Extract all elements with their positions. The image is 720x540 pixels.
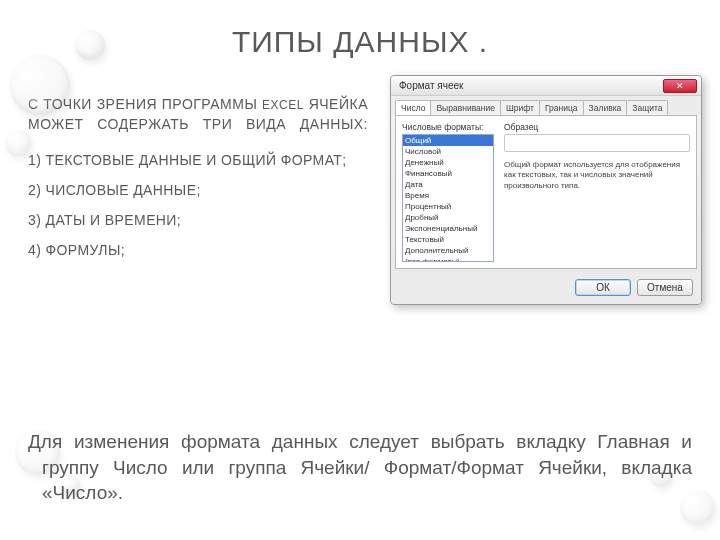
type-item: 3) ДАТЫ И ВРЕМЕНИ; <box>28 212 368 228</box>
dialog-body: Числовые форматы: Общий Числовой Денежны… <box>395 115 697 269</box>
type-item: 4) ФОРМУЛЫ; <box>28 242 368 258</box>
tab-alignment[interactable]: Выравнивание <box>430 100 501 115</box>
format-option[interactable]: Экспоненциальный <box>403 223 493 234</box>
footer-note: Для изменения формата данных следует выб… <box>28 429 692 506</box>
type-item: 1) ТЕКСТОВЫЕ ДАННЫЕ И ОБЩИЙ ФОРМАТ; <box>28 152 368 168</box>
format-option[interactable]: (все форматы) <box>403 256 493 262</box>
format-option[interactable]: Дробный <box>403 212 493 223</box>
format-option[interactable]: Дополнительный <box>403 245 493 256</box>
ok-button[interactable]: ОК <box>575 279 631 296</box>
sample-area: Образец Общий формат используется для от… <box>504 122 690 191</box>
tab-font[interactable]: Шрифт <box>500 100 540 115</box>
decor-drop <box>5 130 31 156</box>
intro-pre: С ТОЧКИ ЗРЕНИЯ ПРОГРАММЫ <box>28 96 262 112</box>
dialog-title: Формат ячеек <box>399 80 463 91</box>
formats-listbox[interactable]: Общий Числовой Денежный Финансовый Дата … <box>402 134 494 262</box>
intro-excel: EXCEL <box>262 98 304 112</box>
format-option[interactable]: Текстовый <box>403 234 493 245</box>
close-icon: ✕ <box>676 81 684 91</box>
format-option[interactable]: Время <box>403 190 493 201</box>
page-title: ТИПЫ ДАННЫХ . <box>28 25 692 59</box>
sample-label: Образец <box>504 122 690 132</box>
tab-fill[interactable]: Заливка <box>583 100 628 115</box>
intro-text: С ТОЧКИ ЗРЕНИЯ ПРОГРАММЫ EXCEL ЯЧЕЙКА МО… <box>28 95 368 134</box>
sample-box <box>504 134 690 152</box>
cancel-button[interactable]: Отмена <box>637 279 693 296</box>
type-item: 2) ЧИСЛОВЫЕ ДАННЫЕ; <box>28 182 368 198</box>
close-button[interactable]: ✕ <box>663 79 697 93</box>
tab-protection[interactable]: Защита <box>626 100 668 115</box>
format-option[interactable]: Общий <box>403 135 493 146</box>
sample-description: Общий формат используется для отображени… <box>504 160 690 191</box>
format-option[interactable]: Процентный <box>403 201 493 212</box>
tab-number[interactable]: Число <box>395 100 431 115</box>
format-cells-dialog: Формат ячеек ✕ Число Выравнивание Шрифт … <box>390 75 702 305</box>
slide: ТИПЫ ДАННЫХ . С ТОЧКИ ЗРЕНИЯ ПРОГРАММЫ E… <box>0 0 720 540</box>
types-list: 1) ТЕКСТОВЫЕ ДАННЫЕ И ОБЩИЙ ФОРМАТ; 2) Ч… <box>28 152 368 258</box>
left-column: С ТОЧКИ ЗРЕНИЯ ПРОГРАММЫ EXCEL ЯЧЕЙКА МО… <box>28 81 368 272</box>
format-option[interactable]: Финансовый <box>403 168 493 179</box>
dialog-buttons: ОК Отмена <box>391 273 701 304</box>
tab-border[interactable]: Граница <box>539 100 584 115</box>
dialog-tabs: Число Выравнивание Шрифт Граница Заливка… <box>391 96 701 115</box>
format-option[interactable]: Числовой <box>403 146 493 157</box>
format-option[interactable]: Денежный <box>403 157 493 168</box>
format-option[interactable]: Дата <box>403 179 493 190</box>
dialog-titlebar: Формат ячеек ✕ <box>391 76 701 96</box>
